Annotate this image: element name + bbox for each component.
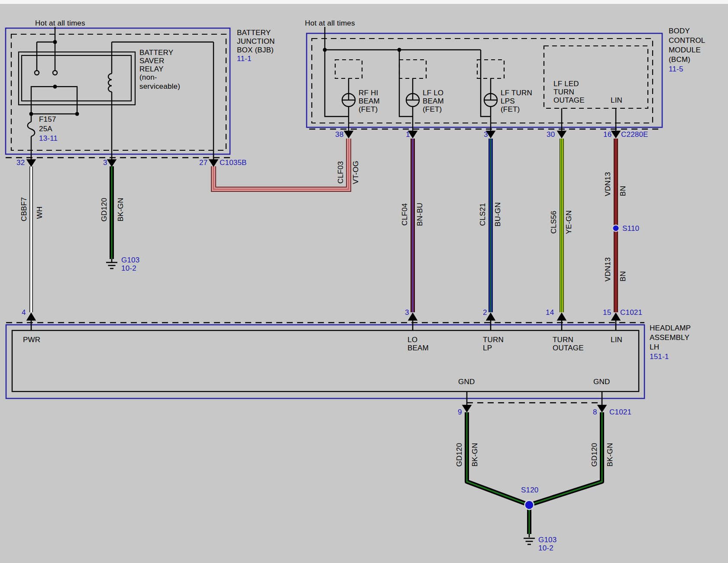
headlamp-title-line1: HEADLAMP bbox=[650, 324, 691, 332]
hl-pin-9: 9 bbox=[458, 408, 462, 416]
headlamp-assembly-box bbox=[6, 325, 644, 398]
bcm-title-line1: BODY bbox=[669, 27, 690, 35]
hl-pin-4: 4 bbox=[22, 308, 26, 317]
ground-g103-bjb-ref: 10-2 bbox=[121, 264, 136, 272]
bcm-title-line3: MODULE bbox=[669, 46, 701, 54]
bcm-title-line4: (BCM) bbox=[669, 55, 690, 64]
relay-label-line4: (non- bbox=[139, 73, 157, 81]
wire-label-cls21: CLS21 bbox=[479, 203, 487, 226]
ground-g103-bjb-name: G103 bbox=[121, 256, 139, 264]
connector-c1021-top: C1021 bbox=[620, 308, 642, 317]
wire-label-vdn13-lower: VDN13 bbox=[604, 257, 612, 282]
wire-label-bn-bu: BN-BU bbox=[416, 203, 424, 226]
led-turn-outage-line2: TURN bbox=[553, 88, 574, 96]
bcm-pin-16: 16 bbox=[603, 130, 612, 139]
hl-pin-15: 15 bbox=[603, 308, 611, 317]
connector-c2280e: C2280E bbox=[621, 130, 648, 139]
fet1-label-line2: BEAM bbox=[359, 97, 380, 105]
ground-symbol-g103-bottom bbox=[524, 534, 535, 544]
hl-turn-lp-line2: LP bbox=[483, 344, 492, 352]
wire-label-cbbf7: CBBF7 bbox=[20, 197, 29, 221]
wire-label-ye-gn: YE-GN bbox=[565, 210, 573, 234]
hot-at-all-times-right: Hot at all times bbox=[305, 19, 355, 27]
bjb-title-line1: BATTERY bbox=[237, 29, 271, 37]
wire-label-gd120-bjb: GD120 bbox=[100, 198, 109, 222]
fuse-name: F157 bbox=[39, 115, 56, 123]
bcm-title-line2: CONTROL bbox=[669, 36, 705, 45]
relay-label-line3: RELAY bbox=[139, 65, 164, 73]
fet3-label-line2: LPS bbox=[501, 97, 515, 105]
splice-s110-dot bbox=[613, 225, 619, 232]
headlamp-title-line3: LH bbox=[650, 343, 659, 351]
wire-label-bu-gn: BU-GN bbox=[494, 202, 502, 226]
wire-label-bk-gn-bjb: BK-GN bbox=[116, 198, 125, 222]
hl-gnd-right-label: GND bbox=[593, 378, 610, 386]
ground-g103-bottom-ref: 10-2 bbox=[538, 544, 553, 552]
wire-label-bk-gn-right: BK-GN bbox=[606, 443, 615, 467]
wiring-diagram: Hot at all times Hot at all times BATTER… bbox=[0, 0, 728, 563]
pin-arrows bbox=[27, 131, 620, 411]
fet3-label-line1: LF TURN bbox=[501, 89, 532, 97]
hl-pin-8: 8 bbox=[593, 408, 597, 416]
bjb-pin-32: 32 bbox=[16, 159, 25, 167]
hl-pin-14: 14 bbox=[546, 308, 554, 317]
fet3-label-line3: (FET) bbox=[501, 105, 520, 113]
led-turn-outage-line3: OUTAGE bbox=[553, 96, 585, 104]
wire-label-clf03: CLF03 bbox=[336, 161, 345, 184]
hl-turn-outage-line2: OUTAGE bbox=[553, 344, 584, 352]
bcm-pin-30: 30 bbox=[547, 130, 555, 139]
wire-label-bn-lower: BN bbox=[619, 271, 628, 282]
splice-s120-dot bbox=[525, 501, 534, 510]
fuse-page-ref: 13-11 bbox=[39, 134, 58, 142]
hl-gnd-left-label: GND bbox=[458, 378, 475, 386]
bjb-title-line3: BOX (BJB) bbox=[237, 46, 274, 54]
hl-turn-lp-line1: TURN bbox=[483, 336, 504, 344]
splice-s120-label: S120 bbox=[521, 486, 539, 494]
hl-turn-outage-line1: TURN bbox=[553, 336, 573, 344]
fuse-rating: 25A bbox=[39, 125, 52, 133]
wire-label-vt-og: VT-OG bbox=[352, 161, 360, 184]
fet1-label-line3: (FET) bbox=[359, 105, 378, 113]
bjb-pin-3: 3 bbox=[103, 159, 107, 167]
bcm-pin-1: 1 bbox=[406, 130, 410, 139]
hl-lo-beam-line1: LO bbox=[408, 336, 417, 344]
headlamp-title-line2: ASSEMBLY bbox=[650, 333, 689, 342]
fet2-label-line1: LF LO bbox=[423, 89, 443, 97]
relay-label-line1: BATTERY bbox=[139, 49, 173, 57]
relay-label-line5: serviceable) bbox=[139, 82, 180, 91]
wire-label-wh: WH bbox=[36, 207, 44, 219]
hl-pwr-label: PWR bbox=[23, 336, 40, 344]
connector-c1035b: C1035B bbox=[220, 159, 247, 167]
hl-pin-3: 3 bbox=[405, 308, 409, 317]
wire-label-bk-gn-left: BK-GN bbox=[471, 443, 479, 467]
headlamp-page-ref: 151-1 bbox=[650, 353, 669, 361]
led-turn-outage-line1: LF LED bbox=[553, 80, 579, 88]
relay-label-line2: SAVER bbox=[139, 57, 164, 65]
bcm-page-ref: 11-5 bbox=[669, 65, 683, 73]
wire-label-gd120-left: GD120 bbox=[455, 443, 464, 467]
wire-label-gd120-right: GD120 bbox=[590, 443, 599, 467]
splice-s110-label: S110 bbox=[622, 224, 639, 233]
connector-c1021-bottom: C1021 bbox=[609, 408, 631, 416]
hl-lin-label: LIN bbox=[611, 336, 622, 344]
bjb-title-line2: JUNCTION bbox=[237, 37, 275, 45]
wire-label-clf04: CLF04 bbox=[401, 203, 409, 226]
bjb-pin-27: 27 bbox=[199, 159, 207, 167]
wire-label-cls56: CLS56 bbox=[550, 211, 558, 234]
ground-symbol-g103-bjb bbox=[106, 259, 117, 269]
hl-lo-beam-line2: BEAM bbox=[408, 344, 429, 352]
wire-label-bn-upper: BN bbox=[619, 186, 628, 196]
fet1-label-line1: RF HI bbox=[359, 89, 378, 97]
wire-gd120-bk-gn-grounds bbox=[467, 412, 602, 534]
wire-label-vdn13-upper: VDN13 bbox=[604, 172, 612, 196]
fet-driver-boxes bbox=[335, 60, 504, 78]
fet2-label-line2: BEAM bbox=[423, 97, 444, 105]
hl-pin-2: 2 bbox=[483, 308, 487, 317]
bjb-page-ref: 11-1 bbox=[237, 55, 252, 63]
ground-g103-bottom-name: G103 bbox=[538, 536, 557, 544]
bcm-pin-3: 3 bbox=[484, 130, 488, 139]
bcm-pin-38: 38 bbox=[335, 130, 343, 139]
bcm-lin-label: LIN bbox=[611, 96, 622, 104]
hot-at-all-times-left: Hot at all times bbox=[35, 19, 85, 27]
fet2-label-line3: (FET) bbox=[423, 105, 442, 113]
